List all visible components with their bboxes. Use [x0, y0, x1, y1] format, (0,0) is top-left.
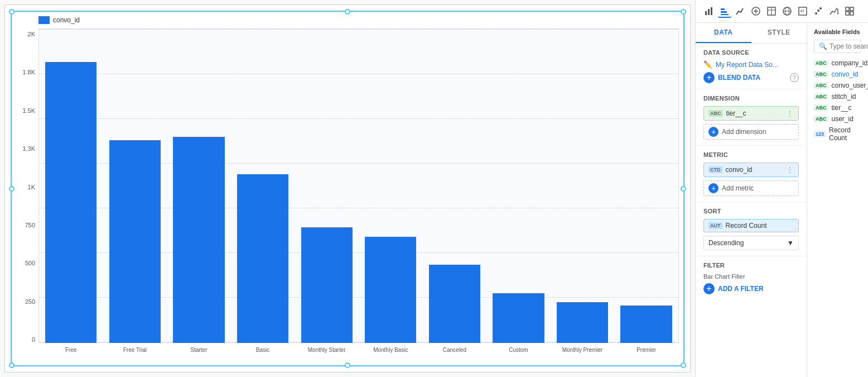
add-metric-label: Add metric — [722, 184, 754, 192]
sort-chip[interactable]: AUT Record Count — [703, 219, 799, 232]
bar-chart-icon[interactable] — [702, 4, 716, 18]
bar[interactable] — [301, 227, 353, 343]
chart-inner: 2K1.8K1.5K1.3K1K7505002500 FreeFree Tria… — [16, 28, 679, 356]
fields-list: ABCcompany_idABCconvo_idABCconvo_user_id… — [814, 58, 861, 144]
resize-handle-top-left[interactable] — [9, 9, 15, 15]
resize-handle-top-mid[interactable] — [345, 9, 350, 15]
add-metric-plus-icon[interactable]: + — [708, 183, 718, 193]
chart-area: convo_id 2K1.8K1.5K1.3K1K7505002500 Free… — [4, 4, 691, 373]
bar-chart-active-icon[interactable] — [718, 4, 731, 18]
x-axis-label: Free Trial — [105, 343, 166, 356]
search-input[interactable] — [830, 42, 868, 50]
field-name: convo_id — [832, 70, 859, 78]
area-chart-icon[interactable] — [827, 4, 841, 18]
help-icon[interactable]: ? — [790, 73, 799, 82]
field-type-badge: ABC — [814, 82, 828, 89]
field-item[interactable]: 123Record Count — [814, 125, 861, 144]
chart-legend: convo_id — [38, 16, 679, 24]
bar-group[interactable] — [360, 31, 421, 343]
add-dimension-plus-icon[interactable]: + — [708, 127, 718, 137]
table-icon[interactable] — [765, 4, 778, 18]
metric-section: Metric CTD convo_id ⋮ + Add metric — [696, 146, 807, 202]
field-item[interactable]: ABCconvo_id — [814, 69, 861, 80]
dimension-type-label: ABC — [708, 110, 723, 117]
filter-subtitle: Bar Chart Filter — [703, 273, 799, 280]
drag-handle-icon[interactable]: ⋮ — [786, 109, 794, 118]
bar-group[interactable] — [425, 31, 485, 343]
field-item[interactable]: ABCconvo_user_id — [814, 80, 861, 91]
bar[interactable] — [109, 140, 161, 343]
field-name: convo_user_id — [832, 82, 869, 89]
x-axis-label: Custom — [488, 343, 549, 356]
chart-type-toolbar: 42 — [696, 0, 868, 23]
search-box[interactable]: 🔍 — [814, 40, 861, 53]
metric-type-label: CTD — [708, 166, 722, 173]
sort-dropdown-arrow-icon: ▼ — [787, 239, 794, 247]
scorecard-icon[interactable]: 42 — [796, 4, 809, 18]
svg-point-19 — [819, 7, 822, 9]
y-axis: 2K1.8K1.5K1.3K1K7505002500 — [16, 28, 38, 356]
resize-handle-bottom-left[interactable] — [9, 362, 15, 368]
bar[interactable] — [173, 137, 224, 343]
bar-group[interactable] — [616, 31, 677, 343]
x-axis-label: Free — [41, 343, 102, 356]
bar-group[interactable] — [41, 31, 102, 343]
sort-dropdown-value: Descending — [708, 239, 744, 247]
more-charts-icon[interactable] — [843, 4, 856, 18]
available-fields-title: Available Fields — [814, 28, 861, 35]
line-chart-icon[interactable] — [734, 4, 747, 18]
field-item[interactable]: ABCtier__c — [814, 102, 861, 113]
bar-group[interactable] — [488, 31, 549, 343]
bar[interactable] — [493, 293, 544, 343]
data-source-name: My Report Data So... — [716, 61, 799, 69]
svg-rect-5 — [721, 14, 729, 15]
field-type-badge: ABC — [814, 71, 828, 78]
x-axis-label: Monthly Premier — [552, 343, 613, 356]
blend-label: BLEND DATA — [718, 74, 760, 82]
add-dimension-button[interactable]: + Add dimension — [703, 124, 799, 140]
tab-style[interactable]: STYLE — [751, 23, 807, 43]
bar[interactable] — [557, 302, 608, 343]
dimension-title: Dimension — [703, 95, 799, 102]
tab-data[interactable]: DATA — [696, 23, 751, 43]
bar-group[interactable] — [105, 31, 166, 343]
dimension-chip[interactable]: ABC tier__c ⋮ — [703, 106, 799, 121]
bar[interactable] — [620, 306, 672, 343]
add-filter-plus-icon[interactable]: + — [703, 283, 715, 294]
dimension-value: tier__c — [726, 109, 746, 117]
field-item[interactable]: ABCuser_id — [814, 113, 861, 125]
bar[interactable] — [429, 265, 480, 343]
x-axis-label: Basic — [233, 343, 293, 356]
plus-icon[interactable] — [749, 4, 763, 18]
blend-add-icon[interactable]: + — [703, 72, 715, 83]
resize-handle-right-mid[interactable] — [681, 186, 686, 192]
bar-group[interactable] — [296, 31, 357, 343]
data-source-title: Data Source — [703, 49, 799, 56]
resize-handle-bottom-right[interactable] — [681, 362, 686, 368]
bar-group[interactable] — [233, 31, 293, 343]
field-item[interactable]: ABCstitch_id — [814, 91, 861, 102]
bar-group[interactable] — [552, 31, 613, 343]
bar[interactable] — [45, 62, 97, 343]
scatter-icon[interactable] — [812, 4, 825, 18]
metric-title: Metric — [703, 151, 799, 158]
sort-dropdown[interactable]: Descending ▼ — [703, 236, 799, 250]
resize-handle-left-mid[interactable] — [9, 186, 15, 192]
right-panel-inner: DATA STYLE Data Source ✏️ My Report Data… — [696, 23, 868, 377]
bar[interactable] — [365, 237, 416, 343]
bar[interactable] — [237, 174, 288, 343]
geo-icon[interactable] — [780, 4, 794, 18]
add-metric-button[interactable]: + Add metric — [703, 180, 799, 196]
metric-chip[interactable]: CTD convo_id ⋮ — [703, 163, 799, 177]
field-type-badge: ABC — [814, 93, 828, 100]
resize-handle-bottom-mid[interactable] — [345, 362, 350, 368]
metric-drag-handle-icon[interactable]: ⋮ — [786, 165, 794, 174]
bar-group[interactable] — [168, 31, 229, 343]
add-filter-button[interactable]: + ADD A FILTER — [703, 283, 799, 294]
field-item[interactable]: ABCcompany_id — [814, 58, 861, 69]
data-source-row[interactable]: ✏️ My Report Data So... — [703, 60, 799, 69]
search-icon: 🔍 — [819, 42, 827, 50]
resize-handle-top-right[interactable] — [681, 9, 686, 15]
legend-color-box — [38, 16, 50, 24]
blend-row[interactable]: + BLEND DATA ? — [703, 72, 799, 83]
